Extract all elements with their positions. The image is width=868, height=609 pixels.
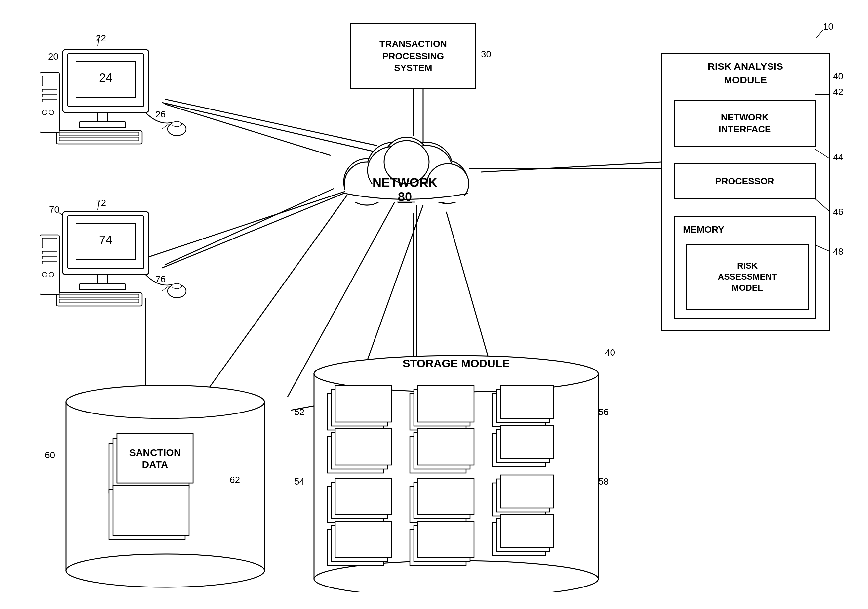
svg-rect-46 xyxy=(40,235,59,294)
svg-text:DATA: DATA xyxy=(142,459,168,470)
memory-label: MEMORY xyxy=(680,222,727,237)
processor-box: PROCESSOR xyxy=(674,163,816,199)
svg-rect-22 xyxy=(98,112,107,123)
ref-60: 60 xyxy=(45,450,55,460)
network-cloud-svg: NETWORK 80 xyxy=(327,129,483,215)
svg-rect-27 xyxy=(40,73,59,132)
computer-1: 24 xyxy=(40,46,165,147)
svg-line-7 xyxy=(817,30,823,38)
risk-assessment-box: RISKASSESSMENTMODEL xyxy=(686,244,809,310)
ref-62: 62 xyxy=(230,475,240,485)
risk-assessment-label: RISKASSESSMENTMODEL xyxy=(718,260,777,294)
storage-module-cylinder: STORAGE MODULE xyxy=(307,354,605,593)
computer-2-svg: 74 xyxy=(40,208,165,308)
svg-text:STORAGE MODULE: STORAGE MODULE xyxy=(403,357,510,370)
svg-rect-119 xyxy=(501,475,553,508)
sanction-data-cylinder: SANCTION DATA xyxy=(59,384,271,590)
ref-58: 58 xyxy=(598,476,609,487)
svg-line-73 xyxy=(165,104,330,155)
svg-rect-122 xyxy=(501,515,553,548)
svg-point-125 xyxy=(66,554,264,587)
svg-text:NETWORK: NETWORK xyxy=(372,176,438,190)
ref-48: 48 xyxy=(833,247,843,257)
network-interface-label: NETWORKINTERFACE xyxy=(719,112,771,136)
computer-2: 74 xyxy=(40,208,165,309)
mouse-1 xyxy=(164,117,190,138)
ref-72: 72 xyxy=(96,198,106,208)
transaction-processing-label: TRANSACTIONPROCESSINGSYSTEM xyxy=(380,38,447,74)
svg-rect-104 xyxy=(335,521,391,558)
transaction-processing-box: TRANSACTIONPROCESSINGSYSTEM xyxy=(350,23,476,89)
svg-rect-116 xyxy=(501,426,553,458)
storage-cylinder-svg: STORAGE MODULE xyxy=(307,354,605,592)
diagram-container: 10 20 24 xyxy=(0,0,868,609)
svg-rect-133 xyxy=(113,486,189,535)
svg-text:74: 74 xyxy=(99,233,112,247)
memory-box: MEMORY RISKASSESSMENTMODEL xyxy=(674,216,816,318)
svg-rect-23 xyxy=(79,122,126,128)
ref-40-ram: 40 xyxy=(833,71,843,82)
svg-line-72 xyxy=(481,162,661,172)
risk-analysis-outer-box: RISK ANALYSISMODULE NETWORKINTERFACE PRO… xyxy=(661,53,830,331)
svg-rect-89 xyxy=(335,386,391,422)
svg-rect-98 xyxy=(418,429,474,465)
svg-line-74 xyxy=(165,188,334,265)
mouse-2 xyxy=(164,280,190,301)
ref-40-storage: 40 xyxy=(605,347,615,358)
svg-rect-101 xyxy=(335,478,391,515)
svg-rect-95 xyxy=(418,386,474,422)
risk-analysis-title: RISK ANALYSISMODULE xyxy=(662,60,829,87)
ref-56: 56 xyxy=(598,407,609,418)
svg-point-124 xyxy=(66,385,264,418)
svg-rect-110 xyxy=(418,521,474,558)
ref-30: 30 xyxy=(481,49,491,59)
svg-point-36 xyxy=(172,121,182,127)
svg-point-55 xyxy=(172,283,182,289)
svg-rect-113 xyxy=(501,386,553,419)
ref-44: 44 xyxy=(833,152,843,163)
svg-text:24: 24 xyxy=(99,71,112,85)
svg-rect-41 xyxy=(98,275,107,284)
svg-line-77 xyxy=(446,212,489,360)
ref-42: 42 xyxy=(833,87,843,97)
computer-1-svg: 24 xyxy=(40,46,165,146)
svg-rect-107 xyxy=(418,478,474,515)
ref-76: 76 xyxy=(155,274,166,284)
ref-54: 54 xyxy=(294,476,304,487)
ref-10: 10 xyxy=(823,22,833,32)
ref-52: 52 xyxy=(294,407,304,418)
network-interface-box: NETWORKINTERFACE xyxy=(674,100,816,146)
ref-22: 22 xyxy=(96,33,106,44)
svg-rect-42 xyxy=(79,284,126,290)
ref-26: 26 xyxy=(155,109,166,120)
svg-rect-129 xyxy=(117,433,193,483)
processor-label: PROCESSOR xyxy=(715,175,775,187)
ref-46: 46 xyxy=(833,207,843,218)
svg-text:SANCTION: SANCTION xyxy=(129,447,181,458)
svg-text:80: 80 xyxy=(398,190,412,204)
svg-line-4 xyxy=(364,205,423,370)
network-cloud: NETWORK 80 xyxy=(327,129,483,216)
svg-rect-92 xyxy=(335,429,391,465)
sanction-cylinder-svg: SANCTION DATA xyxy=(59,384,271,589)
